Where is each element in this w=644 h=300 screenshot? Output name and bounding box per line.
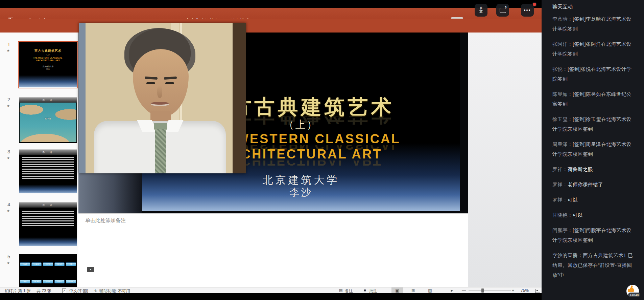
chat-sender-name: 徐玉玺：: [552, 116, 573, 122]
chat-message: 陈昱如：[签到]陈昱如在东峰世纪公寓签到: [552, 89, 636, 109]
slide-author: 李沙: [142, 186, 460, 199]
slide-thumbnail[interactable]: 导 论: [19, 149, 77, 193]
chat-system-message: 李沙的直播：西方古典建筑艺术1 已结束。回放已保存在“群设置-直播回放”中: [552, 251, 636, 280]
zoom-slider-track[interactable]: [469, 291, 511, 291]
thumbnail-body-text: [22, 211, 74, 228]
presenter-webcam-video[interactable]: [79, 23, 246, 173]
period-button: 古罗马: [43, 262, 53, 266]
more-options-button[interactable]: •••: [521, 4, 534, 17]
chat-message-text: 李沙的直播：西方古典建筑艺术1 已结束。回放已保存在“群设置-直播回放”中: [552, 253, 633, 278]
period-button: 哥特: [20, 280, 30, 283]
presenter-tie: [155, 129, 166, 173]
view-slideshow-button[interactable]: ▶: [446, 287, 458, 294]
period-button: 拜占庭: [54, 262, 65, 266]
slide-number: 4: [7, 201, 10, 207]
chat-sender-name: 罗祥：: [552, 197, 568, 202]
ellipsis-icon: •••: [524, 8, 531, 13]
chat-message-text: 可以: [568, 197, 578, 202]
chat-sender-name: 闫鹏宇：: [552, 228, 573, 233]
view-normal-button[interactable]: ▣: [391, 287, 403, 294]
zoom-slider-thumb[interactable]: [481, 288, 484, 293]
slide-thumbnail[interactable]: 西方古典建筑艺术（上）THE WESTERN CLASSICAL ARCHITE…: [19, 42, 77, 87]
period-button: 文艺复兴: [31, 280, 42, 283]
chat-sender-name: 甘晓艳：: [552, 212, 573, 218]
status-bar: 幻灯片 第 1 张 共 73 张 ✗ 中文(中国) ♿ 辅助功能: 不可用 ▤ …: [0, 287, 542, 294]
letterbox-bottom: [0, 293, 542, 300]
presenter-mouth: [151, 102, 169, 106]
chat-sender-name: 罗祥：: [552, 182, 568, 187]
live-caption-translate-button[interactable]: ılıı 文: [475, 4, 487, 17]
spellcheck-icon[interactable]: ✗: [62, 288, 66, 293]
slide-number: 2: [7, 97, 10, 102]
chat-message: 周星泽：[签到]周星泽在北海艺术设计学院东校区签到: [552, 140, 636, 159]
zoom-level[interactable]: 75%: [521, 288, 529, 293]
slide-thumbnail-panel[interactable]: 1★西方古典建筑艺术（上）THE WESTERN CLASSICAL ARCHI…: [0, 33, 78, 287]
chat-sender-name: 周星泽：: [552, 142, 573, 147]
chat-sender-name: 陈昱如：: [552, 91, 573, 97]
notes-pane[interactable]: [78, 213, 468, 287]
period-button: 洛可可: [54, 280, 65, 283]
presenter-nose: [157, 86, 162, 98]
chat-sender-name: 张悦：: [552, 66, 568, 72]
rotate-arrow-icon: ↻: [504, 5, 507, 9]
chat-message-list[interactable]: 李意晴：[签到]李意晴在北海艺术设计学院签到张阿洋：[签到]张阿洋在北海艺术设计…: [552, 14, 636, 280]
like-count-badge: 41848: [628, 293, 640, 297]
screen: ↶ ↻ ▸ ▾ 西方古典建筑艺术1.ppt[兼容模式] - PowerPoint…: [0, 0, 644, 300]
chat-message-text: 可以: [573, 212, 583, 218]
notes-placeholder[interactable]: 单击此处添加备注: [85, 217, 126, 224]
chat-message: 甘晓艳：可以: [552, 210, 636, 220]
presenter-eye: [165, 82, 174, 84]
period-button: 巴洛克: [43, 280, 53, 283]
period-button: 古埃及: [20, 262, 30, 266]
translate-char: 文: [479, 9, 483, 14]
chat-sender-name: 李意晴：: [552, 16, 573, 22]
slide-number: 3: [7, 149, 10, 154]
scroll-down-button[interactable]: ▼: [87, 267, 94, 272]
right-desktop-band: [468, 33, 542, 287]
thumbs-up-icon: [630, 288, 634, 292]
comments-icon: ■: [364, 288, 366, 292]
ppt-title-bar: ↶ ↻ ▸ ▾ 西方古典建筑艺术1.ppt[兼容模式] - PowerPoint…: [0, 8, 542, 19]
screen-icon: ↻: [500, 8, 506, 13]
period-button: 古希腊: [31, 262, 42, 266]
accessibility-icon: ♿: [94, 288, 97, 293]
slide-thumbnail[interactable]: 古埃及古希腊古罗马拜占庭罗曼哥特文艺复兴巴洛克洛可可新古典主义: [19, 254, 77, 287]
chat-message-text: 老师你课件错了: [568, 182, 603, 187]
presenter-tie: [154, 123, 167, 130]
chat-message: 罗祥：老师你课件错了: [552, 180, 636, 190]
chat-message: 罗祥：荷鲁斯之眼: [552, 165, 636, 174]
letterbox-top: [0, 0, 542, 8]
chat-message: 闫鹏宇：[签到]闫鹏宇在北海艺术设计学院东校区签到: [552, 226, 636, 245]
animation-star-icon: ★: [7, 49, 10, 52]
slide-number: 1: [7, 41, 10, 47]
fit-to-window-icon[interactable]: [535, 289, 540, 293]
slide-number: 5: [7, 254, 10, 259]
animation-star-icon: ★: [7, 104, 10, 108]
chat-message-text: 荷鲁斯之眼: [568, 167, 593, 172]
switch-screen-button[interactable]: ↻: [496, 4, 509, 17]
animation-star-icon: ★: [7, 261, 10, 265]
view-sorter-button[interactable]: ⊞: [407, 287, 419, 294]
notes-toggle-icon: ▤: [339, 288, 342, 293]
chat-sender-name: 罗祥：: [552, 167, 568, 172]
chat-message: 张阿洋：[签到]张阿洋在北海艺术设计学院签到: [552, 39, 636, 59]
chat-sender-name: 张阿洋：: [552, 41, 573, 47]
zoom-out-button[interactable]: —: [462, 288, 466, 293]
chat-message: 李意晴：[签到]李意晴在北海艺术设计学院签到: [552, 14, 636, 34]
thumbnail-body-text: [22, 157, 74, 180]
chat-message: 罗祥：可以: [552, 195, 636, 205]
chat-panel-title: 聊天互动: [552, 4, 573, 10]
mediterranean-map: 地中海: [20, 103, 76, 142]
slide-organization: 北京建筑大学: [142, 173, 460, 187]
period-button: 新古典主义: [66, 280, 76, 283]
slide-thumbnail[interactable]: 导 论: [19, 202, 77, 246]
chat-panel[interactable]: 聊天互动 李意晴：[签到]李意晴在北海艺术设计学院签到张阿洋：[签到]张阿洋在北…: [542, 0, 644, 300]
zoom-in-button[interactable]: +: [512, 288, 514, 293]
chat-message: 徐玉玺：[签到]徐玉玺在北海艺术设计学院东校区签到: [552, 114, 636, 134]
slide-thumbnail[interactable]: 导 论地中海: [19, 97, 77, 143]
notification-dot: [532, 2, 537, 7]
view-reading-button[interactable]: ▥: [424, 287, 436, 294]
animation-star-icon: ★: [7, 209, 10, 213]
period-button: 罗曼: [66, 262, 76, 266]
animation-star-icon: ★: [7, 156, 10, 160]
